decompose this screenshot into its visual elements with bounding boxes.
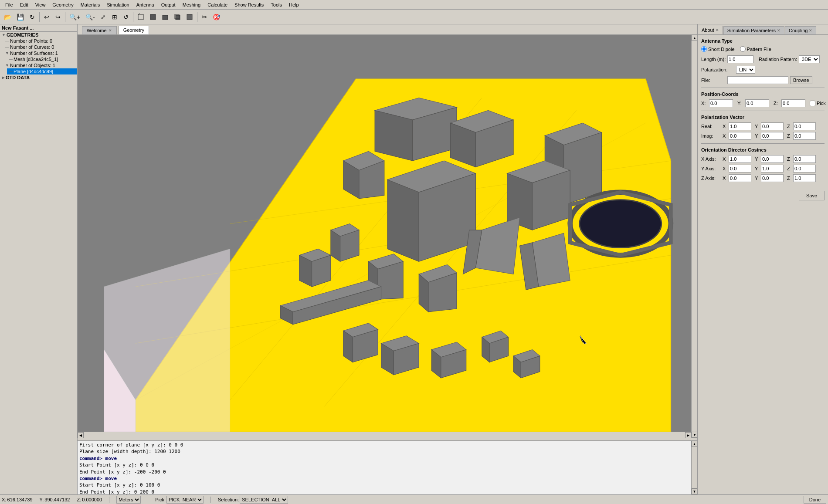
imag-z-input[interactable] bbox=[793, 132, 816, 140]
done-button[interactable]: Done bbox=[804, 496, 826, 504]
menu-calculate[interactable]: Calculate bbox=[204, 1, 231, 8]
menu-geometry[interactable]: Geometry bbox=[49, 1, 77, 8]
real-z-input[interactable] bbox=[793, 122, 816, 130]
pos-x-input[interactable] bbox=[709, 99, 733, 107]
surfaces-icon: ▼ bbox=[5, 51, 9, 55]
status-pick: Pick: PICK_NEAR bbox=[155, 496, 204, 504]
radio-pattern-file-input[interactable] bbox=[740, 46, 746, 52]
real-y-input[interactable] bbox=[761, 122, 784, 130]
yaxis-y-input[interactable] bbox=[761, 165, 784, 173]
rtab-coupling[interactable]: Coupling ✕ bbox=[785, 26, 816, 34]
console-scroll-down[interactable]: ▼ bbox=[692, 488, 698, 494]
pos-y-input[interactable] bbox=[745, 99, 769, 107]
radio-short-dipole[interactable]: Short Dipole bbox=[701, 46, 735, 52]
save-button[interactable]: Save bbox=[799, 191, 825, 200]
scroll-track-right[interactable] bbox=[692, 41, 697, 432]
tab-welcome-label: Welcome bbox=[87, 28, 107, 33]
menu-tools[interactable]: Tools bbox=[267, 1, 285, 8]
menu-showresults[interactable]: Show Results bbox=[231, 1, 267, 8]
viewport[interactable]: ▲ ▼ ◀ ▶ bbox=[78, 35, 697, 438]
tb-save[interactable]: 💾 bbox=[14, 11, 26, 23]
tb-shading[interactable] bbox=[184, 11, 195, 23]
menu-file[interactable]: File bbox=[2, 1, 17, 8]
tb-view-top[interactable] bbox=[147, 11, 159, 23]
zaxis-z-input[interactable] bbox=[793, 174, 816, 182]
tb-target[interactable]: 🎯 bbox=[210, 11, 222, 23]
status-z-label: Z: bbox=[77, 497, 81, 502]
menu-output[interactable]: Output bbox=[158, 1, 179, 8]
xaxis-z-input[interactable] bbox=[793, 155, 816, 163]
pick-checkbox[interactable]: Pick bbox=[810, 101, 826, 106]
rtab-about-close[interactable]: ✕ bbox=[716, 28, 719, 32]
console-line-7: Start Point [x y z]: 0 100 0 bbox=[79, 482, 689, 488]
yaxis-z-input[interactable] bbox=[793, 165, 816, 173]
radio-pattern-file[interactable]: Pattern File bbox=[740, 46, 771, 52]
tb-zoom-out[interactable]: 🔍- bbox=[83, 11, 97, 23]
radio-short-dipole-input[interactable] bbox=[701, 46, 707, 52]
rtab-coupling-close[interactable]: ✕ bbox=[809, 28, 812, 33]
imag-x-input[interactable] bbox=[729, 132, 751, 140]
pick-checkbox-input[interactable] bbox=[810, 101, 815, 106]
zaxis-x-input[interactable] bbox=[729, 174, 751, 182]
scroll-up-arrow[interactable]: ▲ bbox=[692, 35, 697, 41]
tb-new[interactable]: 📂 bbox=[2, 11, 14, 23]
tab-welcome[interactable]: Welcome ✕ bbox=[82, 26, 117, 34]
rtab-simparams[interactable]: Simulation Parameters ✕ bbox=[723, 26, 784, 34]
tree-objects[interactable]: ▼ Number of Objects: 1 bbox=[3, 62, 77, 68]
scroll-down-arrow[interactable]: ▼ bbox=[692, 432, 697, 438]
tree-curves[interactable]: — Number of Curves: 0 bbox=[3, 44, 77, 50]
pos-z-input[interactable] bbox=[781, 99, 805, 107]
selection-select[interactable]: SELECTION_ALL bbox=[240, 496, 288, 504]
tree-surfaces[interactable]: ▼ Number of Surfaces: 1 bbox=[3, 50, 77, 56]
tree-geometries[interactable]: ▼ GEOMETRIES bbox=[0, 32, 77, 38]
tab-geometry[interactable]: Geometry bbox=[119, 26, 149, 34]
tb-zoom-in[interactable]: 🔍+ bbox=[67, 11, 82, 23]
console-text-5: End Point [x y z]: -200 -200 0 bbox=[79, 469, 166, 475]
rtab-simparams-close[interactable]: ✕ bbox=[777, 28, 780, 33]
tree-points[interactable]: — Number of Points: 0 bbox=[3, 38, 77, 44]
browse-button[interactable]: Browse bbox=[790, 76, 812, 84]
yaxis-x-input[interactable] bbox=[729, 165, 751, 173]
imag-y-input[interactable] bbox=[761, 132, 784, 140]
menu-meshing[interactable]: Meshing bbox=[179, 1, 204, 8]
real-x-input[interactable] bbox=[729, 122, 751, 130]
menu-view[interactable]: View bbox=[32, 1, 49, 8]
length-input[interactable] bbox=[727, 55, 753, 63]
tree-plane[interactable]: — Plane [d4dc4dc99] bbox=[7, 68, 77, 74]
xaxis-y-input[interactable] bbox=[761, 155, 784, 163]
zaxis-y-input[interactable] bbox=[761, 174, 784, 182]
radiation-pattern-select[interactable]: 3DE bbox=[799, 55, 820, 63]
tb-redo[interactable]: ↪ bbox=[53, 11, 63, 23]
tb-snap[interactable]: ✂ bbox=[199, 11, 210, 23]
tb-view-front[interactable] bbox=[159, 11, 171, 23]
scroll-track-bottom[interactable] bbox=[84, 432, 685, 438]
viewport-scrollbar-right[interactable]: ▲ ▼ bbox=[691, 35, 697, 438]
tb-view-side[interactable] bbox=[172, 11, 183, 23]
tree-mesh[interactable]: — Mesh [d3cea24c5_1] bbox=[7, 56, 77, 62]
tb-zoom-box[interactable]: ⊞ bbox=[109, 11, 120, 23]
menu-simulation[interactable]: Simulation bbox=[103, 1, 132, 8]
units-select[interactable]: Meters bbox=[116, 496, 141, 504]
tb-view-persp[interactable] bbox=[135, 11, 146, 23]
menu-help[interactable]: Help bbox=[285, 1, 302, 8]
tb-rotate[interactable]: ↺ bbox=[121, 11, 131, 23]
tab-welcome-close[interactable]: ✕ bbox=[109, 28, 112, 33]
menu-antenna[interactable]: Antenna bbox=[133, 1, 158, 8]
file-input[interactable] bbox=[727, 76, 788, 84]
rtab-about[interactable]: About ✕ bbox=[698, 26, 723, 34]
polarization-select[interactable]: LIN bbox=[736, 66, 755, 74]
scroll-left-arrow[interactable]: ◀ bbox=[78, 432, 84, 438]
tb-refresh[interactable]: ↻ bbox=[27, 11, 37, 23]
tb-zoom-fit[interactable]: ⤢ bbox=[98, 11, 109, 23]
xaxis-x-input[interactable] bbox=[729, 155, 751, 163]
pick-select[interactable]: PICK_NEAR bbox=[166, 496, 204, 504]
toolbar-sep-3 bbox=[133, 12, 133, 22]
tb-undo[interactable]: ↩ bbox=[41, 11, 52, 23]
tree-gtd[interactable]: ▶ GTD DATA bbox=[0, 74, 77, 81]
viewport-scrollbar-bottom[interactable]: ◀ ▶ bbox=[78, 432, 691, 438]
console-scrollbar[interactable]: ▲ ▼ bbox=[691, 441, 697, 494]
menu-materials[interactable]: Materials bbox=[77, 1, 104, 8]
menu-edit[interactable]: Edit bbox=[17, 1, 32, 8]
scroll-right-arrow[interactable]: ▶ bbox=[685, 432, 691, 438]
console-scroll-up[interactable]: ▲ bbox=[692, 441, 698, 447]
